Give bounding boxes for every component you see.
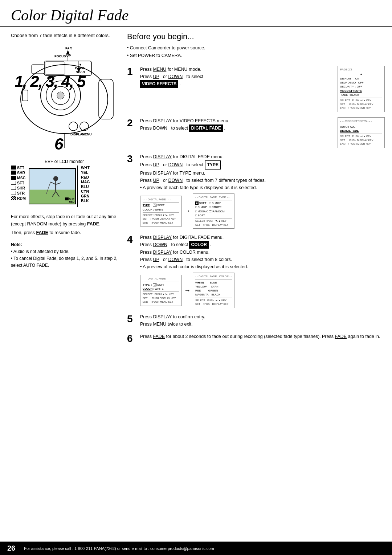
screen-step4-right-colors1: WHITE BLUE (195, 281, 232, 285)
screen-step4-right-title: - - DIGITAL FADE ; COLOR - - (195, 274, 232, 278)
note-title: Note: (11, 241, 118, 248)
camera-numbers: 1, 2, 3, 4, 5 (15, 73, 85, 91)
screen-step1-vfx2: FADE : BLACK (340, 93, 382, 97)
monitor-labels: SHR RED (65, 197, 74, 203)
screen-step3-right-soft: ■ SOFT □ SHARP (195, 201, 232, 205)
step-2-line-1: Press DISPLAY for VIDEO EFFECTS menu. (140, 117, 334, 125)
step-3-line-1: Press DISPLAY for DIGITAL FADE menu. (140, 153, 385, 160)
screen-boxes-step4: - - - DIGITAL FADE - - - TYPE : □ SOFT C… (140, 273, 385, 308)
arrow-step4: → (184, 285, 191, 296)
svg-point-4 (57, 92, 64, 99)
step-1: 1 Press MENU for MENU mode. Press UP or … (127, 66, 385, 112)
step-4-number: 4 (127, 234, 137, 245)
screen-step1-security: SECURITY : OFF (340, 85, 382, 89)
screen-step2-divider2 (340, 134, 382, 134)
evf-row-shr1: SHR (11, 171, 26, 175)
step-3-line-4: Press UP or DOWN to select from 7 differ… (140, 177, 385, 184)
evf-row-shr2: SHR (11, 186, 26, 190)
screen-step2: - - - VIDEO EFFECTS - - - AUTO FADE DIGI… (338, 117, 385, 148)
screen-step3-right-key2: SET : PUSH DISPLAY KEY (195, 223, 232, 227)
bottom-left-text: For more effects, stop fade in or fade o… (11, 213, 118, 236)
monitor-red-text: RED (65, 200, 74, 203)
screen-step4-right-div2 (195, 298, 232, 298)
screen-step1-arrow: ▲ (340, 72, 382, 77)
screen-step3-right-div2 (195, 218, 232, 219)
screen-step1-display: DISPLAY : ON (340, 77, 382, 81)
evf-label: EVF or LCD monitor (11, 159, 118, 164)
evf-row-sft2: SFT (11, 181, 26, 185)
evf-left-labels: SFT SHR MSC (11, 166, 26, 200)
before-bullets: • Connect Camcorder to power source. • S… (127, 44, 385, 60)
footer-bar: 26 For assistance, please call : 1-800-2… (0, 542, 392, 555)
camera-number-6: 6 (54, 135, 63, 153)
right-column: Before you begin... • Connect Camcorder … (123, 27, 392, 354)
screen-step1-selfdemo: SELF DEMO : OFF (340, 81, 382, 85)
screen-step2-digitalfade: DIGITAL FADE (340, 129, 382, 133)
evf-icon-msc (11, 176, 16, 180)
evf-monitor: SHR RED (29, 168, 76, 204)
evf-icon-rdm (11, 196, 16, 200)
camera-diagram: DISPLAY MENU 1, 2, 3, 4, 5 (12, 43, 117, 155)
screen-step3-right-soft2: □ SOFT (195, 213, 232, 217)
step-4: 4 Press DISPLAY for DIGITAL FADE menu. P… (127, 234, 385, 308)
screen-step3-right-mosaic: □ MOSAIC ☰ RANDOM (195, 209, 232, 213)
evf-section: EVF or LCD monitor SFT SHR (11, 159, 118, 207)
evf-icon-shr1 (11, 171, 16, 175)
step-2-number: 2 (127, 118, 137, 128)
screen-step2-divider1 (340, 124, 382, 124)
step-3: 3 Press DISPLAY for DIGITAL FADE menu. P… (127, 153, 385, 229)
screen-step4-right: - - DIGITAL FADE ; COLOR - - WHITE BLUE … (193, 273, 234, 308)
step-3-line-2: Press UP or DOWN to select TYPE . (140, 160, 385, 170)
screen-step3-right-title: - - DIGITAL FADE ; TYPE - - (195, 195, 232, 199)
screen-step4-left: - - - DIGITAL FADE - - - TYPE : □ SOFT C… (140, 275, 182, 306)
type-highlight: TYPE (205, 160, 221, 170)
step-2: 2 Press DISPLAY for VIDEO EFFECTS menu. … (127, 117, 385, 148)
evf-vertical-line (77, 166, 78, 207)
step-2-line-2: Press DOWN to select DIGITAL FADE . (140, 125, 334, 132)
monitor-shr-label: SHR (65, 197, 74, 200)
evf-row-sft1: SFT (11, 166, 26, 170)
down-near-label: ▼ DOWN NEAR ▼ (75, 63, 86, 77)
evf-icon-sft2 (11, 181, 16, 185)
evf-right-section: WHT YEL RED MAG BLU CYN GRN BLK (77, 166, 90, 207)
digital-fade-highlight: DIGITAL FADE (189, 125, 222, 132)
step-3-line-3: Press DISPLAY for TYPE menu. (140, 170, 385, 177)
step-1-line-3: VIDEO EFFECTS . (140, 80, 334, 88)
fade-underline-1: FADE (87, 221, 99, 227)
evf-row-msc: MSC (11, 176, 26, 180)
screen-step4-left-color: COLOR ; WHITE (143, 287, 179, 291)
evf-icon-sft1 (11, 166, 16, 170)
bullet-2: • Set POWER to CAMERA. (127, 52, 385, 60)
screen-step1-divider (340, 98, 382, 98)
evf-icon-shr2 (11, 186, 16, 190)
screen-step3-left-key1: SELECT : PUSH ▼/▲ KEY (143, 213, 179, 217)
screen-step1-vfx: VIDEO EFFECTS (340, 89, 382, 93)
screen-step1: PAGE 2/2 ▲ DISPLAY : ON SELF DEMO : OFF … (338, 66, 385, 112)
evf-text-shr1: SHR (17, 171, 25, 175)
screen-step1-key1: SELECT : PUSH ▼/▲ KEY (340, 99, 382, 103)
screen-step3-left-title: - - - DIGITAL FADE - - - (143, 197, 179, 201)
evf-right-yel: YEL (81, 170, 90, 175)
svg-rect-20 (30, 169, 75, 190)
evf-row-rdm: RDM (11, 196, 26, 200)
step-5: 5 Press DISPLAY to confirm entry. Press … (127, 313, 385, 328)
color-red: RED (195, 289, 201, 293)
note-2: • To cancel Digital Fade, do steps 1, 2,… (11, 255, 118, 269)
evf-text-sft1: SFT (17, 166, 24, 170)
screen-step4-right-colors3: RED GREEN (195, 289, 232, 293)
screen-step2-autofade: AUTO FADE (340, 125, 382, 129)
screen-step4-right-key2: SET : PUSH DISPLAY KEY (195, 302, 232, 306)
monitor-shr-text: SHR (69, 198, 74, 200)
step-4-line-1: Press DISPLAY for DIGITAL FADE menu. (140, 234, 385, 241)
screen-step4-left-type: TYPE : □ SOFT (143, 283, 179, 287)
step-4-line-2: Press DOWN to select COLOR . (140, 241, 385, 249)
evf-right-grn: GRN (81, 194, 90, 198)
far-label: FAR ▲ UP (65, 46, 72, 57)
screen-step1-key3: END : PUSH MENU KEY (340, 106, 382, 110)
screen-step4-left-div2 (143, 291, 179, 292)
step-4-content: Press DISPLAY for DIGITAL FADE menu. Pre… (140, 234, 385, 308)
bullet-1: • Connect Camcorder to power source. (127, 44, 385, 52)
screen-step4-left-key3: END : PUSH MENU KEY (143, 300, 179, 304)
screen-boxes-step3: - - - DIGITAL FADE - - - TYPE : □ SOFT C… (140, 193, 385, 229)
step-6-line-1: Press FADE for about 2 seconds to fade o… (140, 333, 385, 340)
